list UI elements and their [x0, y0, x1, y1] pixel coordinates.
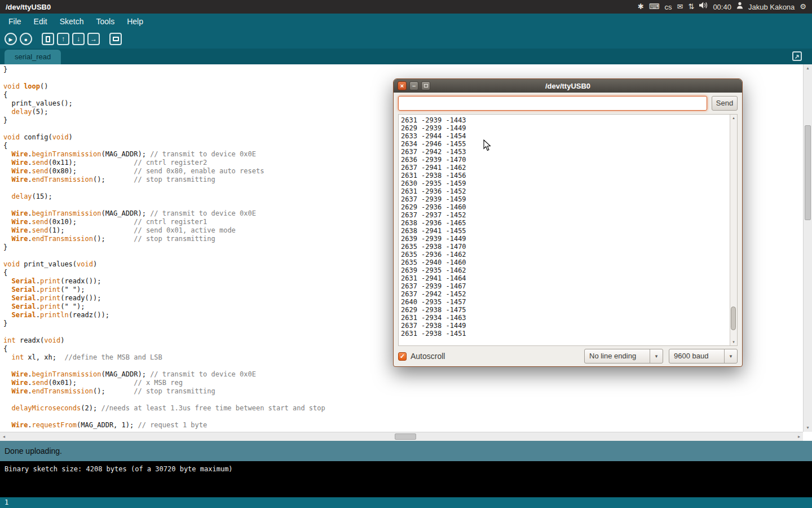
serial-line: 2629 -2939 -1449	[401, 124, 735, 132]
session-gear-icon[interactable]: ⚙	[800, 0, 806, 14]
chevron-down-icon: ▾	[724, 349, 737, 363]
serial-line: 2631 -2938 -1451	[401, 330, 735, 338]
editor-horizontal-scrollbar[interactable]: ◂ ▸	[0, 432, 803, 441]
serial-monitor-icon	[113, 37, 119, 41]
serial-line: 2631 -2934 -1463	[401, 314, 735, 322]
system-window-title: /dev/ttyUSB0	[6, 3, 51, 11]
serial-line: 2635 -2938 -1470	[401, 243, 735, 251]
menu-file[interactable]: File	[2, 14, 28, 29]
tab-serial-read[interactable]: serial_read	[5, 50, 61, 64]
popout-arrow-icon	[795, 51, 800, 62]
autoscroll-checkbox[interactable]: ✓	[398, 352, 407, 361]
serial-line: 2630 -2935 -1459	[401, 179, 735, 187]
serial-line: 2638 -2941 -1455	[401, 227, 735, 235]
keyboard-layout-label[interactable]: cs	[665, 3, 672, 11]
user-icon	[736, 0, 743, 14]
menu-tools[interactable]: Tools	[90, 14, 121, 29]
serial-scrollbar[interactable]: ▴ ▾	[730, 115, 737, 345]
vertical-scroll-handle[interactable]	[805, 125, 811, 220]
serial-scroll-down-icon[interactable]: ▾	[730, 339, 737, 345]
code-line: Wire.send(0x01); // x MSB reg	[3, 379, 803, 387]
mail-icon[interactable]: ✉	[677, 0, 683, 14]
scroll-down-icon[interactable]: ▾	[804, 424, 812, 432]
serial-line: 2639 -2939 -1449	[401, 235, 735, 243]
tab-bar: serial_read	[0, 49, 812, 64]
serial-line: 2634 -2946 -1455	[401, 140, 735, 148]
serial-send-input[interactable]	[398, 96, 707, 111]
menu-bar: FileEditSketchToolsHelp	[0, 14, 812, 29]
tab-menu-button[interactable]	[792, 51, 802, 61]
desktop: /dev/ttyUSB0 ✱ ⌨ cs ✉ ⇅ 00:40 Jakub Kako…	[0, 0, 812, 508]
menu-help[interactable]: Help	[121, 14, 149, 29]
serial-line: 2637 -2942 -1452	[401, 290, 735, 298]
upload-button[interactable]: →	[87, 33, 100, 45]
save-button[interactable]: ↓	[72, 33, 85, 45]
network-sync-icon[interactable]: ⇅	[688, 0, 694, 14]
open-button[interactable]: ↑	[57, 33, 69, 45]
code-line: Wire.endTransmission(); // stop transmit…	[3, 387, 803, 396]
verify-icon: ▶	[9, 36, 13, 42]
system-tray: ✱ ⌨ cs ✉ ⇅ 00:40 Jakub Kakona ⚙	[638, 0, 812, 14]
serial-scroll-up-icon[interactable]: ▴	[730, 115, 737, 121]
baud-rate-dropdown[interactable]: 9600 baud ▾	[669, 349, 738, 364]
chevron-down-icon: ▾	[650, 349, 663, 363]
serial-monitor-window: × – /dev/ttyUSB0 Send 2631 -2939 -144326…	[393, 78, 743, 367]
code-line: }	[3, 65, 803, 74]
system-bar: /dev/ttyUSB0 ✱ ⌨ cs ✉ ⇅ 00:40 Jakub Kako…	[0, 0, 812, 14]
serial-line: 2637 -2942 -1453	[401, 148, 735, 156]
new-button[interactable]	[42, 33, 54, 45]
code-line: Wire.requestFrom(MAG_ADDR, 1); // reques…	[3, 421, 803, 430]
code-line: delayMicroseconds(2); //needs at least 1…	[3, 404, 803, 413]
serial-line: 2637 -2938 -1449	[401, 322, 735, 330]
serial-line: 2635 -2936 -1462	[401, 251, 735, 259]
serial-line: 2633 -2944 -1454	[401, 132, 735, 140]
volume-icon[interactable]	[699, 0, 708, 14]
verify-button[interactable]: ▶	[5, 33, 17, 45]
serial-line: 2631 -2938 -1456	[401, 172, 735, 179]
editor-vertical-scrollbar[interactable]: ▴ ▾	[803, 64, 812, 432]
serial-line: 2637 -2939 -1459	[401, 195, 735, 203]
window-controls: × –	[398, 81, 430, 90]
console-output: Binary sketch size: 4208 bytes (of a 307…	[0, 461, 812, 497]
serial-line: 2635 -2940 -1460	[401, 259, 735, 266]
scroll-right-icon[interactable]: ▸	[795, 432, 803, 441]
serial-monitor-button[interactable]	[109, 33, 122, 45]
baud-rate-value: 9600 baud	[669, 349, 724, 363]
upload-icon: →	[90, 36, 97, 42]
serial-line: 2629 -2936 -1460	[401, 203, 735, 211]
line-number-bar: 1	[0, 497, 812, 508]
open-icon: ↑	[61, 36, 65, 42]
serial-line: 2639 -2935 -1462	[401, 266, 735, 274]
serial-line: 2638 -2936 -1465	[401, 219, 735, 227]
toolbar: ▶■↑↓→	[0, 29, 812, 49]
serial-output[interactable]: 2631 -2939 -14432629 -2939 -14492633 -29…	[398, 114, 738, 346]
scroll-left-icon[interactable]: ◂	[0, 432, 8, 441]
line-ending-value: No line ending	[585, 349, 650, 363]
serial-controls: ✓ Autoscroll No line ending ▾ 9600 baud …	[394, 346, 742, 366]
serial-line: 2637 -2939 -1467	[401, 282, 735, 290]
indicator-icon[interactable]: ✱	[638, 0, 644, 14]
serial-line: 2637 -2941 -1462	[401, 164, 735, 172]
clock[interactable]: 00:40	[713, 3, 731, 11]
stop-button[interactable]: ■	[20, 33, 32, 45]
serial-line: 2631 -2936 -1452	[401, 187, 735, 195]
keyboard-icon[interactable]: ⌨	[649, 0, 660, 14]
user-name[interactable]: Jakub Kakona	[748, 3, 795, 11]
minimize-icon[interactable]: –	[409, 81, 418, 90]
close-icon[interactable]: ×	[398, 81, 407, 90]
horizontal-scroll-handle[interactable]	[395, 433, 416, 440]
maximize-icon[interactable]	[421, 81, 430, 90]
status-bar: Done uploading.	[0, 441, 812, 461]
menu-edit[interactable]: Edit	[28, 14, 54, 29]
serial-scroll-handle[interactable]	[731, 306, 736, 330]
serial-line: 2631 -2941 -1464	[401, 274, 735, 282]
maximize-square	[424, 84, 428, 87]
menu-sketch[interactable]: Sketch	[54, 14, 90, 29]
scroll-up-icon[interactable]: ▴	[804, 64, 812, 72]
autoscroll-label: Autoscroll	[411, 352, 445, 361]
serial-window-titlebar[interactable]: × – /dev/ttyUSB0	[394, 79, 742, 93]
line-ending-dropdown[interactable]: No line ending ▾	[584, 349, 663, 364]
send-button[interactable]: Send	[712, 96, 738, 111]
serial-line: 2640 -2935 -1457	[401, 298, 735, 306]
serial-line: 2629 -2938 -1475	[401, 306, 735, 314]
